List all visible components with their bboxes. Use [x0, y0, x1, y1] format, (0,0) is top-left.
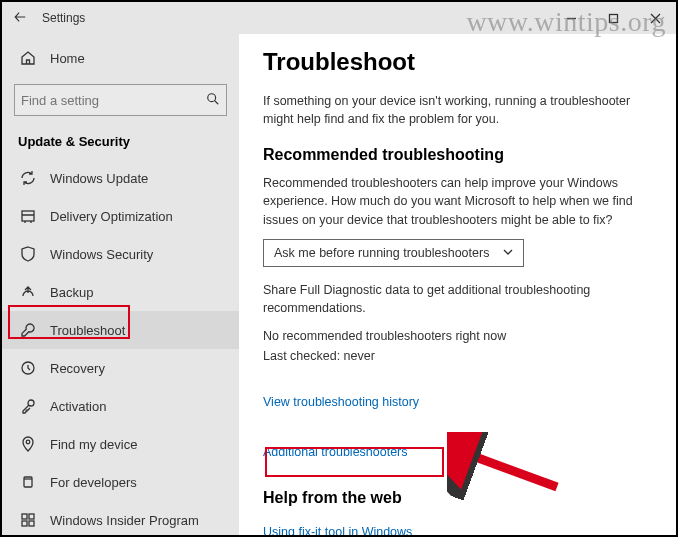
- shield-icon: [18, 246, 38, 262]
- troubleshoot-preference-dropdown[interactable]: Ask me before running troubleshooters: [263, 239, 524, 267]
- sidebar-item-label: For developers: [50, 475, 137, 490]
- sidebar-item-label: Backup: [50, 285, 93, 300]
- insider-icon: [18, 512, 38, 528]
- history-link[interactable]: View troubleshooting history: [263, 395, 419, 409]
- sidebar-item-for-developers[interactable]: For developers: [2, 463, 239, 501]
- home-label: Home: [50, 51, 85, 66]
- sidebar-item-delivery-optimization[interactable]: Delivery Optimization: [2, 197, 239, 235]
- sidebar-item-recovery[interactable]: Recovery: [2, 349, 239, 387]
- sidebar-item-troubleshoot[interactable]: Troubleshoot: [2, 311, 239, 349]
- svg-rect-9: [22, 521, 27, 526]
- intro-text: If something on your device isn't workin…: [263, 92, 652, 128]
- sidebar-item-activation[interactable]: Activation: [2, 387, 239, 425]
- svg-rect-0: [609, 14, 617, 22]
- svg-point-5: [26, 440, 30, 444]
- back-button[interactable]: [2, 10, 38, 27]
- content-pane: Troubleshoot If something on your device…: [239, 34, 676, 535]
- sidebar-item-label: Windows Security: [50, 247, 153, 262]
- close-button[interactable]: [634, 2, 676, 34]
- sidebar: Home Update & Security Windows Update De…: [2, 34, 239, 535]
- window-controls: [550, 2, 676, 34]
- sidebar-item-label: Recovery: [50, 361, 105, 376]
- sidebar-item-label: Troubleshoot: [50, 323, 125, 338]
- search-input[interactable]: [21, 93, 206, 108]
- sidebar-item-label: Activation: [50, 399, 106, 414]
- recommended-heading: Recommended troubleshooting: [263, 146, 652, 164]
- window-title: Settings: [38, 11, 85, 25]
- sidebar-item-label: Delivery Optimization: [50, 209, 173, 224]
- svg-rect-2: [22, 211, 34, 221]
- sidebar-item-backup[interactable]: Backup: [2, 273, 239, 311]
- additional-troubleshooters-link[interactable]: Additional troubleshooters: [263, 445, 408, 459]
- delivery-icon: [18, 208, 38, 224]
- titlebar: Settings: [2, 2, 676, 34]
- wrench-icon: [18, 322, 38, 338]
- sidebar-item-insider-program[interactable]: Windows Insider Program: [2, 501, 239, 537]
- page-heading: Troubleshoot: [263, 48, 652, 76]
- maximize-button[interactable]: [592, 2, 634, 34]
- backup-icon: [18, 284, 38, 300]
- sidebar-item-label: Windows Insider Program: [50, 513, 199, 528]
- search-icon: [206, 92, 220, 109]
- diagnostic-warning: Share Full Diagnostic data to get additi…: [263, 281, 652, 317]
- devs-icon: [18, 474, 38, 490]
- sidebar-item-windows-update[interactable]: Windows Update: [2, 159, 239, 197]
- section-heading: Update & Security: [2, 124, 239, 159]
- last-checked-text: Last checked: never: [263, 347, 652, 365]
- svg-rect-8: [29, 514, 34, 519]
- minimize-button[interactable]: [550, 2, 592, 34]
- sidebar-item-windows-security[interactable]: Windows Security: [2, 235, 239, 273]
- fixit-link[interactable]: Using fix-it tool in Windows: [263, 525, 412, 535]
- svg-point-1: [208, 93, 216, 101]
- chevron-down-icon: [503, 247, 513, 259]
- sidebar-item-label: Find my device: [50, 437, 137, 452]
- dropdown-value: Ask me before running troubleshooters: [274, 246, 489, 260]
- svg-rect-7: [22, 514, 27, 519]
- home-icon: [18, 50, 38, 66]
- sync-icon: [18, 170, 38, 186]
- key-icon: [18, 398, 38, 414]
- sidebar-item-label: Windows Update: [50, 171, 148, 186]
- home-nav[interactable]: Home: [2, 40, 239, 76]
- help-heading: Help from the web: [263, 489, 652, 507]
- svg-rect-10: [29, 521, 34, 526]
- search-box[interactable]: [14, 84, 227, 116]
- recovery-icon: [18, 360, 38, 376]
- no-recommended-text: No recommended troubleshooters right now: [263, 327, 652, 345]
- recommended-desc: Recommended troubleshooters can help imp…: [263, 174, 652, 228]
- location-icon: [18, 436, 38, 452]
- sidebar-item-find-my-device[interactable]: Find my device: [2, 425, 239, 463]
